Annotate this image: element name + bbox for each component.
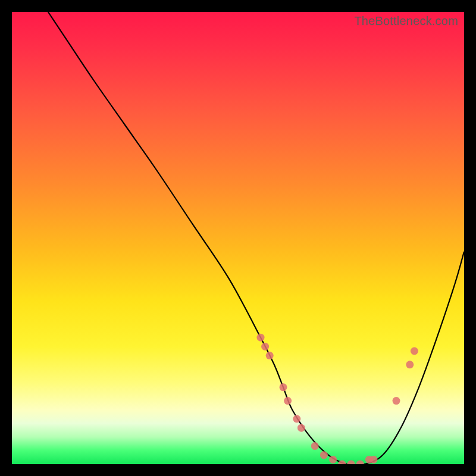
data-marker — [411, 347, 418, 355]
data-marker — [257, 334, 265, 342]
data-marker — [280, 383, 287, 391]
data-marker — [261, 343, 269, 350]
data-marker — [293, 415, 300, 423]
data-marker — [298, 424, 305, 432]
data-marker — [338, 461, 346, 465]
data-marker — [311, 442, 319, 450]
data-marker — [266, 352, 274, 359]
marker-group — [257, 334, 418, 464]
curve-layer — [12, 12, 464, 464]
watermark-text: TheBottleneck.com — [354, 14, 458, 28]
data-marker — [284, 397, 292, 405]
data-marker — [356, 461, 364, 465]
data-marker — [320, 451, 328, 459]
data-marker — [406, 361, 414, 368]
data-marker — [329, 456, 337, 464]
data-marker — [347, 461, 355, 465]
bottleneck-curve — [48, 12, 464, 464]
chart-frame: TheBottleneck.com — [12, 12, 464, 464]
data-marker — [370, 456, 378, 464]
data-marker — [393, 397, 400, 405]
